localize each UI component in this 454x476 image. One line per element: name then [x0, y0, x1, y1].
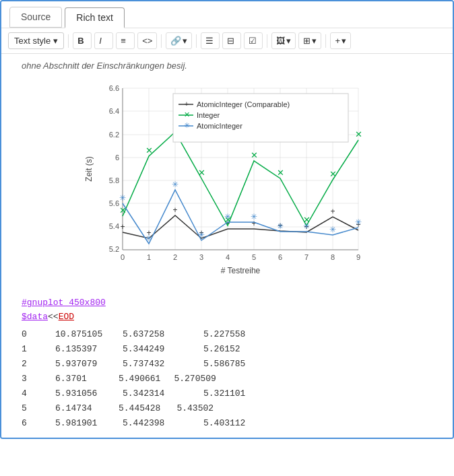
code-data-keyword: $data — [22, 310, 48, 325]
table-row: 5 6.14734 5.445428 5.43502 — [22, 401, 432, 416]
svg-text:✕: ✕ — [198, 168, 205, 178]
svg-text:5.4: 5.4 — [109, 222, 119, 230]
svg-text:+: + — [330, 207, 335, 216]
svg-text:0: 0 — [121, 253, 125, 261]
code-eod-keyword: EOD — [59, 310, 74, 325]
toolbar-divider-3 — [196, 34, 197, 48]
list-ol-button[interactable]: ⊟ — [222, 32, 241, 49]
svg-text:AtomicInteger: AtomicInteger — [197, 122, 242, 130]
toolbar-divider-1 — [68, 34, 69, 48]
svg-text:Zeit (s): Zeit (s) — [84, 156, 94, 181]
chart-wrapper: 5.2 5.4 5.6 5.8 6 6.2 6.4 6.6 0 1 2 3 4 … — [82, 75, 372, 285]
svg-text:5: 5 — [252, 253, 256, 261]
code-gnuplot-keyword: #gnuplot 450x800 — [22, 296, 106, 310]
align-button[interactable]: ≡ — [116, 32, 135, 49]
svg-text:4: 4 — [226, 253, 230, 261]
link-button[interactable]: 🔗▾ — [166, 32, 192, 49]
svg-text:✳: ✳ — [184, 121, 190, 129]
svg-text:✕: ✕ — [277, 168, 284, 178]
bold-button[interactable]: B — [73, 32, 92, 49]
svg-text:+: + — [172, 205, 177, 215]
svg-text:✳: ✳ — [277, 222, 284, 231]
svg-text:5.8: 5.8 — [109, 176, 119, 184]
svg-text:# Testreihe: # Testreihe — [221, 266, 261, 275]
svg-text:✳: ✳ — [224, 212, 231, 222]
svg-text:✳: ✳ — [355, 217, 362, 227]
svg-text:5.2: 5.2 — [109, 245, 119, 253]
svg-text:5.6: 5.6 — [109, 199, 119, 207]
editor-container: Source Rich text Text style ▾ B I ≡ <> 🔗… — [0, 0, 454, 439]
svg-text:+: + — [120, 222, 125, 232]
toolbar-divider-2 — [161, 34, 162, 48]
svg-text:3: 3 — [199, 253, 203, 261]
svg-text:✳: ✳ — [119, 193, 126, 203]
tab-source[interactable]: Source — [9, 7, 62, 28]
svg-text:6.2: 6.2 — [109, 131, 119, 139]
svg-text:+: + — [185, 100, 189, 108]
svg-text:2: 2 — [173, 253, 177, 261]
svg-text:6.4: 6.4 — [109, 107, 119, 115]
svg-text:1: 1 — [147, 253, 151, 261]
table-row: 4 5.931056 5.342314 5.321101 — [22, 386, 432, 401]
italic-button[interactable]: I — [94, 32, 113, 49]
more-button[interactable]: +▾ — [330, 32, 351, 49]
svg-text:8: 8 — [331, 253, 335, 261]
chart-svg: 5.2 5.4 5.6 5.8 6 6.2 6.4 6.6 0 1 2 3 4 … — [82, 75, 372, 283]
checklist-button[interactable]: ☑ — [244, 32, 263, 49]
code-button[interactable]: <> — [137, 32, 157, 49]
svg-text:✕: ✕ — [329, 169, 337, 179]
svg-text:Integer: Integer — [197, 111, 220, 119]
svg-text:✕: ✕ — [145, 145, 153, 156]
svg-text:✳: ✳ — [303, 222, 310, 231]
svg-text:✳: ✳ — [198, 230, 205, 240]
svg-text:✕: ✕ — [355, 129, 362, 139]
table-row: 3 6.3701 5.490661 5.270509 — [22, 372, 432, 386]
svg-text:✕: ✕ — [184, 110, 190, 118]
table-row: 0 10.875105 5.637258 5.227558 — [22, 327, 432, 342]
svg-text:6: 6 — [278, 253, 282, 261]
svg-text:✕: ✕ — [251, 150, 258, 160]
table-row: 6 5.981901 5.442398 5.403112 — [22, 416, 432, 431]
chart-caption: ohne Abschnitt der Einschränkungen besij… — [22, 61, 432, 71]
svg-text:9: 9 — [356, 253, 360, 261]
svg-text:6: 6 — [115, 154, 119, 162]
svg-text:AtomicInteger (Comparable): AtomicInteger (Comparable) — [197, 100, 290, 108]
list-ul-button[interactable]: ☰ — [201, 32, 220, 49]
toolbar: Text style ▾ B I ≡ <> 🔗▾ ☰ ⊟ ☑ — [1, 28, 453, 54]
svg-text:7: 7 — [304, 253, 309, 261]
text-style-button[interactable]: Text style ▾ — [8, 32, 64, 49]
table-row: 2 5.937079 5.737432 5.586785 — [22, 357, 432, 372]
image-button[interactable]: 🖼▾ — [271, 32, 296, 49]
tab-rich-text[interactable]: Rich text — [65, 7, 124, 28]
code-section: #gnuplot 450x800 $data << EOD 0 10.87510… — [22, 296, 432, 431]
svg-text:6.6: 6.6 — [109, 84, 119, 92]
svg-text:✳: ✳ — [172, 180, 179, 189]
table-row: 1 6.135397 5.344249 5.26152 — [22, 342, 432, 357]
svg-text:✳: ✳ — [329, 225, 336, 234]
code-line-2: $data << EOD — [22, 310, 432, 325]
toolbar-divider-5 — [325, 34, 326, 48]
svg-text:✳: ✳ — [251, 212, 257, 222]
text-style-dropdown-icon: ▾ — [53, 36, 58, 46]
table-button[interactable]: ⊞▾ — [298, 32, 321, 49]
tab-bar: Source Rich text — [1, 1, 453, 28]
content-area: ohne Abschnitt der Einschränkungen besij… — [1, 54, 453, 438]
svg-text:✳: ✳ — [145, 234, 152, 243]
toolbar-divider-4 — [267, 34, 267, 48]
code-line-1: #gnuplot 450x800 — [22, 296, 432, 310]
data-table: 0 10.875105 5.637258 5.227558 1 6.135397… — [22, 327, 432, 432]
